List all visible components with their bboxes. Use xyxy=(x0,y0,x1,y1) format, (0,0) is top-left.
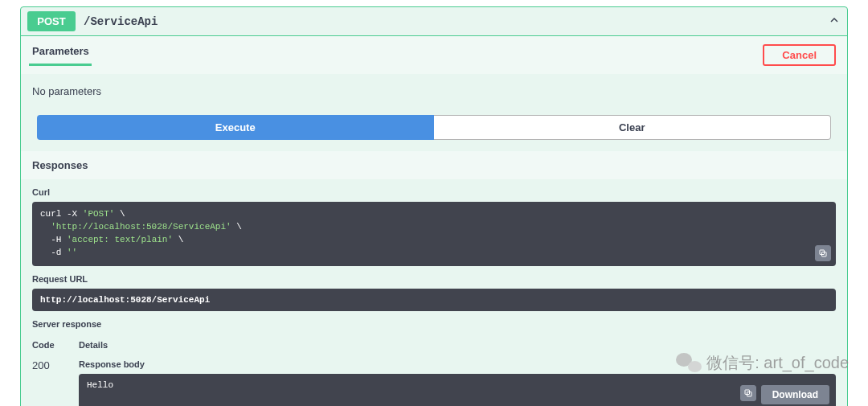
copy-icon[interactable] xyxy=(815,245,831,261)
response-body-label: Response body xyxy=(79,356,836,374)
operation-summary[interactable]: POST /ServiceApi xyxy=(21,7,847,36)
http-method-badge: POST xyxy=(27,11,76,31)
curl-label: Curl xyxy=(21,179,847,202)
operation-path: /ServiceApi xyxy=(84,15,158,28)
code-column-header: Code xyxy=(32,340,79,350)
status-code: 200 xyxy=(32,356,79,406)
response-details: Response body Hello Download Response he… xyxy=(79,356,836,406)
cancel-button[interactable]: Cancel xyxy=(763,44,836,66)
operation-block: POST /ServiceApi Parameters Cancel No pa… xyxy=(20,6,848,406)
execute-button[interactable]: Execute xyxy=(37,115,434,140)
curl-code-block: curl -X 'POST' \ 'http://localhost:5028/… xyxy=(32,202,836,266)
request-url-block: http://localhost:5028/ServiceApi xyxy=(32,289,836,311)
parameters-title: Parameters xyxy=(32,45,89,62)
execute-row: Execute Clear xyxy=(21,115,847,151)
download-button[interactable]: Download xyxy=(761,385,829,404)
clear-button[interactable]: Clear xyxy=(434,115,832,140)
response-row: 200 Response body Hello Download Respons… xyxy=(21,353,847,406)
response-body-block: Hello Download xyxy=(79,374,836,406)
response-table-head: Code Details xyxy=(21,334,847,353)
copy-icon[interactable] xyxy=(740,385,756,401)
parameters-header: Parameters Cancel xyxy=(21,36,847,74)
operation-body: Parameters Cancel No parameters Execute … xyxy=(21,36,847,406)
no-parameters-text: No parameters xyxy=(21,74,847,115)
server-response-label: Server response xyxy=(21,311,847,334)
responses-title: Responses xyxy=(21,151,847,179)
response-body-text: Hello xyxy=(87,380,113,390)
details-column-header: Details xyxy=(79,340,108,350)
chevron-up-icon xyxy=(828,14,841,29)
request-url-label: Request URL xyxy=(21,266,847,289)
